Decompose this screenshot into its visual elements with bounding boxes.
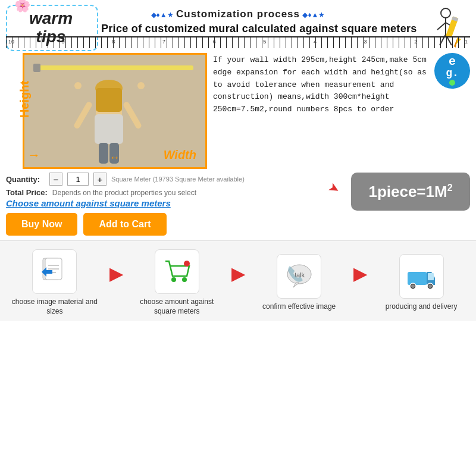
quantity-input[interactable]	[67, 173, 89, 186]
svg-rect-12	[33, 64, 40, 72]
step-arrow-3: ▶	[353, 264, 367, 284]
ruler-num: 9	[62, 39, 65, 45]
price-row: Total Price: Depends on the product prop…	[6, 188, 345, 197]
eg-badge: e g.	[434, 53, 470, 89]
page-header: ◆♦▲★ Customization process ◆♦▲★	[0, 5, 476, 21]
ruler-num: 1	[465, 39, 468, 45]
step-4-icon	[399, 254, 444, 299]
example-text-area: e g. If your wall width 295cm,height 245…	[213, 53, 470, 169]
step-1-box: choose image material and sizes	[7, 249, 102, 316]
quantity-unit-info: Square Meter (19793 Square Meter availab…	[111, 176, 245, 183]
svg-point-42	[428, 284, 432, 288]
step-1-label: choose image material and sizes	[7, 298, 102, 316]
bottom-arrow: →	[27, 148, 40, 163]
step-arrow-1: ▶	[109, 264, 123, 284]
svg-point-31	[182, 277, 187, 282]
ruler-num: 6	[213, 39, 216, 45]
step-2-box: choose amount against square meters	[129, 249, 224, 316]
ruler-num: 3	[364, 39, 367, 45]
ruler-num: 5	[263, 39, 266, 45]
svg-point-32	[184, 261, 190, 267]
buy-now-button[interactable]: Buy Now	[6, 213, 77, 236]
ruler-num: 8	[112, 39, 115, 45]
header-deco-left: ◆♦▲★	[151, 11, 174, 19]
svg-point-30	[171, 277, 176, 282]
quantity-row: Quantity: − + Square Meter (19793 Square…	[6, 173, 345, 186]
choose-amount-text: Choose amount against square meters	[6, 198, 345, 208]
width-arrow: ↔	[110, 152, 120, 164]
step-2-icon	[155, 249, 199, 294]
step-4-box: producing and delivery	[374, 254, 469, 312]
svg-rect-16	[96, 88, 122, 112]
ruler-num: 7	[162, 39, 165, 45]
header-deco-right: ◆♦▲★	[302, 11, 325, 19]
step-3-label: confirm effective image	[262, 302, 336, 312]
svg-point-23	[74, 82, 82, 89]
step-1-icon	[32, 249, 77, 294]
step-3-box: talk confirm effective image	[252, 254, 347, 312]
quantity-label: Quantity:	[6, 175, 45, 184]
svg-rect-19	[95, 114, 123, 144]
svg-rect-38	[428, 273, 434, 280]
example-text: If your wall width 295cm,height 245cm,ma…	[213, 54, 470, 116]
quantity-decrease-button[interactable]: −	[49, 173, 62, 186]
ruler-decoration: 10 9 8 7 6 5 4 3 2 1	[6, 36, 470, 48]
svg-marker-34	[293, 283, 299, 287]
step-arrow-2: ▶	[231, 264, 245, 284]
ruler-num: 4	[314, 39, 317, 45]
step-2-label: choose amount against square meters	[129, 298, 224, 316]
piece-badge: 1piece=1M2	[351, 173, 470, 211]
price-value: Depends on the product properties you se…	[52, 189, 196, 197]
price-label: Total Price:	[6, 188, 48, 197]
step-3-icon: talk	[277, 254, 321, 299]
header-title: Customization process	[176, 8, 300, 20]
add-to-cart-button[interactable]: Add to Cart	[83, 213, 166, 236]
svg-point-0	[441, 8, 450, 18]
svg-rect-11	[36, 65, 193, 70]
svg-line-2	[437, 23, 446, 30]
steps-area: choose image material and sizes ▶ choose…	[0, 240, 476, 321]
step-4-label: producing and delivery	[386, 302, 458, 312]
action-buttons-area: Buy Now Add to Cart	[0, 211, 476, 239]
svg-rect-36	[408, 272, 427, 285]
svg-point-22	[137, 82, 145, 89]
ruler-num: 10	[8, 39, 14, 45]
quantity-increase-button[interactable]: +	[93, 173, 107, 186]
height-label: Height	[18, 81, 32, 118]
ruler-num: 2	[414, 39, 417, 45]
eg-dot	[449, 80, 455, 86]
svg-rect-20	[99, 143, 108, 164]
piece-badge-text: 1piece=1M2	[368, 183, 452, 201]
svg-point-41	[411, 284, 415, 288]
width-label: Width	[164, 148, 196, 162]
